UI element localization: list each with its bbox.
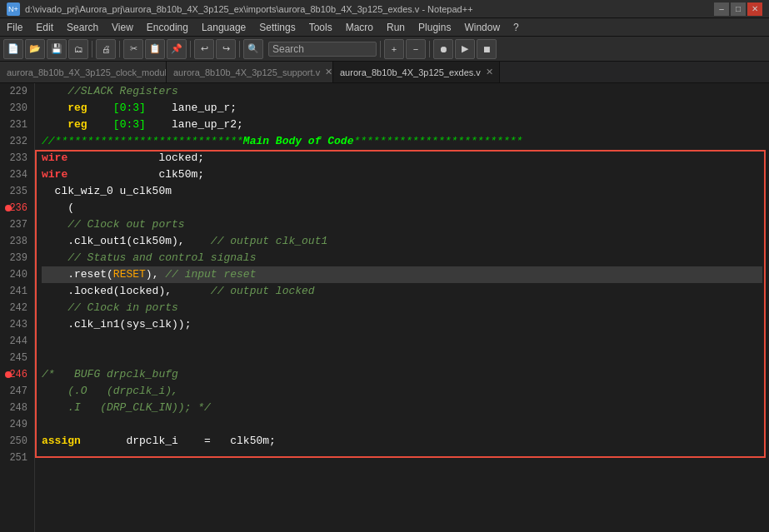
tab-label: aurora_8b10b_4X_3p125_support.v <box>173 67 320 77</box>
code-line-241: .locked(locked), // output locked <box>42 283 762 300</box>
search-input[interactable] <box>306 43 372 55</box>
code-line-238: .clk_out1(clk50m), // output clk_out1 <box>42 233 762 250</box>
line-numbers: 229 230 231 232 233 234 235 236 237 238 … <box>0 83 35 532</box>
line-num-233: 233 <box>3 150 27 167</box>
code-line-235: clk_wiz_0 u_clk50m <box>42 183 762 200</box>
menu-item-macro[interactable]: Macro <box>339 18 380 36</box>
menu-item-settings[interactable]: Settings <box>252 18 302 36</box>
tab-support[interactable]: aurora_8b10b_4X_3p125_support.v ✕ <box>167 62 333 82</box>
find-button[interactable]: 🔍 <box>243 39 263 59</box>
save-button[interactable]: 💾 <box>47 39 67 59</box>
code-line-243: .clk_in1(sys_clk)); <box>42 316 762 333</box>
app-icon: N+ <box>7 2 20 16</box>
line-num-236: 236 <box>3 200 27 216</box>
code-line-234: wire clk50m; <box>42 167 762 183</box>
menu-item-edit[interactable]: Edit <box>29 18 60 36</box>
cut-button[interactable]: ✂ <box>123 39 143 59</box>
paste-button[interactable]: 📌 <box>167 39 187 59</box>
open-button[interactable]: 📂 <box>25 39 45 59</box>
line-num-241: 241 <box>3 283 27 300</box>
tab-close-icon[interactable]: ✕ <box>323 67 333 77</box>
sep6 <box>429 41 430 57</box>
tabs-bar: aurora_8b10b_4X_3p125_clock_module.v ✕ a… <box>0 62 769 83</box>
tab-clock-module[interactable]: aurora_8b10b_4X_3p125_clock_module.v ✕ <box>0 62 167 82</box>
code-line-250: assign drpclk_i = clk50m; <box>42 433 762 450</box>
menu-item-tools[interactable]: Tools <box>302 18 339 36</box>
code-line-231: reg [0:3] lane_up_r2; <box>42 117 762 133</box>
minimize-button[interactable]: – <box>714 2 729 16</box>
code-line-236: ( <box>42 200 762 216</box>
toolbar: 📄 📂 💾 🗂 🖨 ✂ 📋 📌 ↩ ↪ 🔍 Search + − ⏺ ▶ ⏹ <box>0 37 769 62</box>
code-line-248: .I (DRP_CLK_IN)); */ <box>42 400 762 416</box>
title-text: d:\vivado_prj\Aurora_prj\aurora_8b10b_4X… <box>25 4 714 14</box>
title-bar: N+ d:\vivado_prj\Aurora_prj\aurora_8b10b… <box>0 0 769 18</box>
line-num-243: 243 <box>3 316 27 333</box>
code-line-232: //*****************************Main Body… <box>42 133 762 150</box>
code-area[interactable]: //SLACK Registers reg [0:3] lane_up_r; r… <box>35 83 769 532</box>
line-num-238: 238 <box>3 233 27 250</box>
line-num-244: 244 <box>3 333 27 350</box>
sep4 <box>239 41 240 57</box>
line-num-247: 247 <box>3 383 27 400</box>
menu-item-file[interactable]: File <box>0 18 29 36</box>
macro-play-button[interactable]: ▶ <box>455 39 475 59</box>
line-num-230: 230 <box>3 100 27 117</box>
menu-item-encoding[interactable]: Encoding <box>140 18 195 36</box>
menu-item-search[interactable]: Search <box>60 18 105 36</box>
search-label: Search <box>272 43 304 55</box>
line-num-231: 231 <box>3 117 27 133</box>
sep1 <box>92 41 92 57</box>
line-num-235: 235 <box>3 183 27 200</box>
line-num-232: 232 <box>3 133 27 150</box>
tab-close-icon[interactable]: ✕ <box>484 67 495 77</box>
code-line-229: //SLACK Registers <box>42 83 762 100</box>
macro-stop-button[interactable]: ⏹ <box>477 39 497 59</box>
line-num-250: 250 <box>3 433 27 450</box>
tab-label: aurora_8b10b_4X_3p125_exdes.v <box>340 67 481 77</box>
line-num-249: 249 <box>3 416 27 433</box>
code-line-244 <box>42 333 762 350</box>
code-line-233: wire locked; <box>42 150 762 167</box>
menu-item-plugins[interactable]: Plugins <box>412 18 457 36</box>
save-all-button[interactable]: 🗂 <box>68 39 88 59</box>
code-line-239: // Status and control signals <box>42 250 762 266</box>
code-line-237: // Clock out ports <box>42 216 762 233</box>
editor-container: //SLACK Registers reg [0:3] lane_up_r; r… <box>35 83 769 532</box>
redo-button[interactable]: ↪ <box>216 39 236 59</box>
line-num-248: 248 <box>3 400 27 416</box>
line-num-251: 251 <box>3 450 27 466</box>
print-button[interactable]: 🖨 <box>96 39 116 59</box>
code-line-242: // Clock in ports <box>42 300 762 316</box>
macro-rec-button[interactable]: ⏺ <box>433 39 453 59</box>
line-num-229: 229 <box>3 83 27 100</box>
line-num-246: 246 <box>3 366 27 383</box>
line-num-237: 237 <box>3 216 27 233</box>
menu-item-run[interactable]: Run <box>380 18 412 36</box>
line-num-239: 239 <box>3 250 27 266</box>
undo-button[interactable]: ↩ <box>194 39 214 59</box>
new-button[interactable]: 📄 <box>3 39 23 59</box>
close-button[interactable]: ✕ <box>747 2 762 16</box>
maximize-button[interactable]: □ <box>731 2 746 16</box>
code-line-240: .reset(RESET), // input reset <box>42 266 762 283</box>
menu-item-view[interactable]: View <box>105 18 140 36</box>
copy-button[interactable]: 📋 <box>145 39 165 59</box>
window-controls: – □ ✕ <box>714 2 762 16</box>
code-line-230: reg [0:3] lane_up_r; <box>42 100 762 117</box>
zoom-in-button[interactable]: + <box>384 39 404 59</box>
sep5 <box>380 41 381 57</box>
menu-item-?[interactable]: ? <box>507 18 526 36</box>
menu-item-window[interactable]: Window <box>457 18 507 36</box>
line-num-245: 245 <box>3 350 27 366</box>
line-num-234: 234 <box>3 167 27 183</box>
sep2 <box>119 41 120 57</box>
code-line-247: (.O (drpclk_i), <box>42 383 762 400</box>
tab-exdes[interactable]: aurora_8b10b_4X_3p125_exdes.v ✕ <box>333 62 500 82</box>
code-content: //SLACK Registers <box>42 83 178 100</box>
line-num-240: 240 <box>3 266 27 283</box>
menu-item-language[interactable]: Language <box>195 18 252 36</box>
line-num-242: 242 <box>3 300 27 316</box>
code-line-246: /* BUFG drpclk_bufg <box>42 366 762 383</box>
menu-bar: FileEditSearchViewEncodingLanguageSettin… <box>0 18 769 37</box>
zoom-out-button[interactable]: − <box>406 39 426 59</box>
